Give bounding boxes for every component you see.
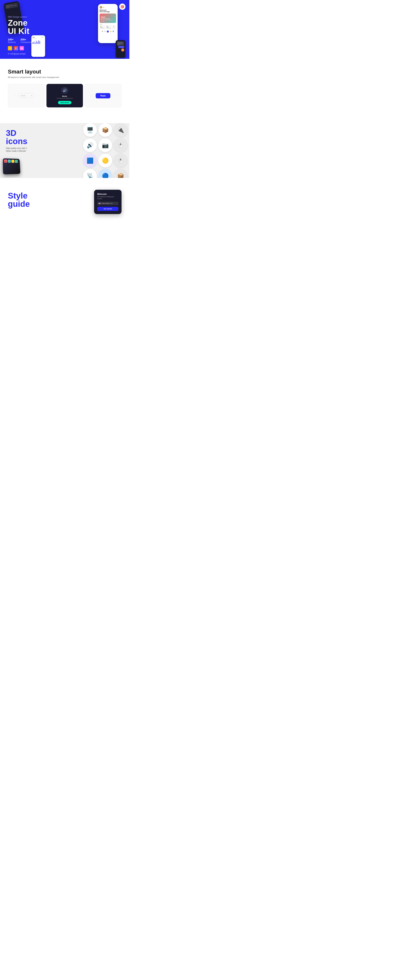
- logo: 🎯: [119, 3, 126, 10]
- xd-icon: Xd: [20, 46, 24, 50]
- smart-layout-title: Smart layout: [8, 68, 121, 75]
- input-close-icon: ×: [31, 95, 32, 97]
- hero-section: 🎯 Connection errorCheck your network or …: [0, 0, 129, 59]
- smart-card-music: 🔊 Music Get Access for play sound Allow …: [46, 84, 83, 107]
- music-subtitle: Get Access for play sound: [57, 98, 73, 99]
- smart-card-reply: ← Reply →: [84, 84, 121, 107]
- speaker-icon: 🔊: [61, 87, 68, 94]
- icon-circle-7: 🟦: [83, 154, 97, 167]
- figma-icon: F: [14, 46, 18, 50]
- smart-cards-container: ← Name ... × → 🔊 Music Get Access for pl…: [8, 84, 121, 107]
- phone-stats-hero: 2,312 +20% Daily Activity: [31, 35, 45, 57]
- welcome-card-title: Welcome: [97, 193, 118, 195]
- welcome-card-subtitle: Get started by creating your account: [97, 196, 118, 200]
- reply-button[interactable]: Reply: [96, 93, 110, 99]
- hero-subtitle: With Design system: [8, 16, 33, 18]
- icons-section: 3D icons High quality icons with 2 Style…: [0, 123, 129, 178]
- hero-title: Zone UI Kit: [8, 19, 33, 35]
- icon-circle-12: 📦: [114, 169, 127, 178]
- phone-white-hero: 🔔 Whats'up?Here new blogs 2 min ago New …: [98, 4, 118, 43]
- input-placeholder: Name ...: [21, 95, 27, 97]
- style-section: Style guide Welcome Get started by creat…: [0, 182, 129, 232]
- flag-emoji: 🇺🇸: [99, 202, 100, 204]
- hero-email: ✉ info@piqo.design: [8, 53, 33, 55]
- hero-stats: 100+ Screens 200+ Components: [8, 38, 33, 43]
- icon-circle-11: 🔵: [99, 169, 112, 178]
- smart-layout-section: Smart layout All layout is components wi…: [0, 59, 129, 119]
- allow-access-button[interactable]: Allow access: [58, 101, 72, 104]
- welcome-card: Welcome Get started by creating your acc…: [94, 190, 121, 214]
- reply-arrow-left: ←: [91, 95, 92, 97]
- welcome-flag: 🇺🇸 United States (+1): [97, 202, 118, 205]
- smart-layout-subtitle: All layout is components with smart size…: [8, 76, 121, 78]
- input-demo: Name ... ×: [18, 93, 34, 98]
- phone-chat-hero: Hello! How are you? Do you want to have …: [116, 40, 126, 58]
- icon-circle-8: 🟡: [99, 154, 112, 167]
- smart-card-input: ← Name ... × →: [8, 84, 45, 107]
- hero-tools: S F Xd: [8, 46, 33, 50]
- reply-arrow-right: →: [114, 95, 115, 97]
- icons-description: High quality icons with 2 Styles made in…: [6, 147, 31, 153]
- phone-3d-mockup: 🗂 🔊 ⚡ 🌐: [3, 158, 24, 176]
- flag-text: United States (+1): [101, 203, 113, 204]
- icon-circle-10: 📡: [83, 169, 97, 178]
- sketch-icon: S: [8, 46, 12, 50]
- get-started-button[interactable]: Get started: [97, 207, 118, 211]
- music-title: Music: [62, 95, 67, 97]
- icon-circle-9: 🖱️: [114, 154, 127, 167]
- icons-title: 3D icons: [6, 129, 124, 145]
